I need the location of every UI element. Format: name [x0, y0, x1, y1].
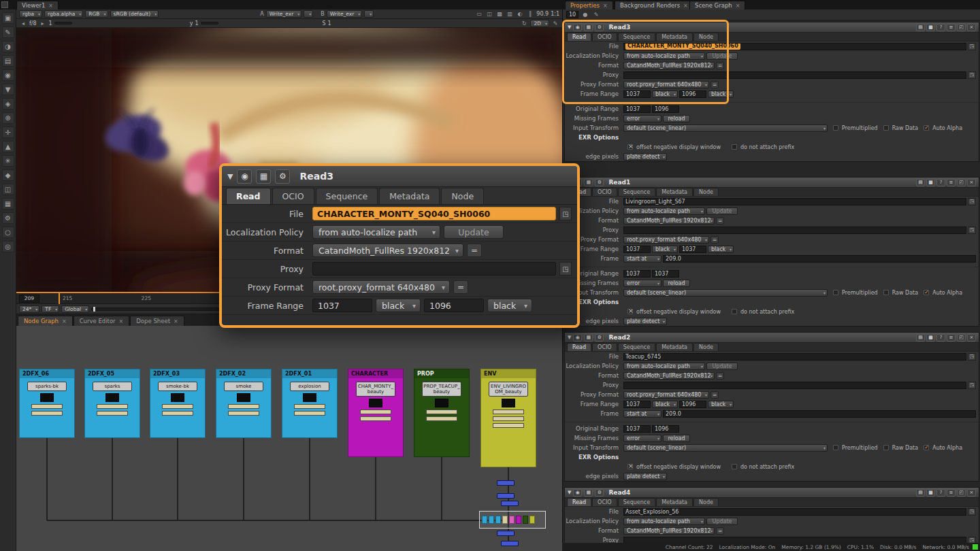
shuffle-node[interactable] [228, 411, 259, 416]
keyboard-icon[interactable]: ≡ [947, 334, 956, 341]
proxy-input[interactable] [312, 262, 556, 276]
localization-policy-dropdown[interactable]: from auto-localize path [623, 363, 705, 370]
zoom-level[interactable]: 90.9 [536, 11, 549, 17]
refresh-icon[interactable]: ↻ [520, 20, 528, 27]
frame-range-start-input[interactable]: 1037 [623, 90, 651, 98]
update-button[interactable]: Update [706, 518, 738, 525]
close-icon[interactable]: × [967, 24, 976, 31]
edge-pixels-dropdown[interactable]: plate detect [623, 153, 667, 161]
tab-node[interactable]: Node [693, 343, 719, 351]
close-icon[interactable]: × [967, 489, 976, 497]
file-browser-icon[interactable]: ◳ [968, 198, 976, 205]
close-icon[interactable]: × [119, 318, 124, 324]
read-node[interactable]: ENV_LIVINGROOM_beauty [489, 382, 528, 397]
viewer-colorspace-dropdown[interactable]: sRGB (default) [110, 10, 159, 18]
raw-data-checkbox[interactable] [883, 125, 889, 131]
pencil-icon[interactable]: ✎ [592, 12, 600, 18]
help-icon[interactable]: ? [936, 179, 945, 186]
swatch-icon[interactable]: ■ [926, 24, 935, 31]
merge-node[interactable] [497, 531, 514, 536]
tab-metadata[interactable]: Metadata [656, 33, 693, 41]
channels-dropdown[interactable]: rgba [19, 10, 42, 18]
backdrop-prop[interactable]: PROP PROP_TEACUP_beauty [414, 369, 470, 457]
frame-range-start-mode-dropdown[interactable]: black [652, 246, 678, 253]
premultiplied-checkbox[interactable] [833, 125, 838, 131]
close-icon[interactable]: × [603, 3, 608, 9]
localization-policy-dropdown[interactable]: from auto-localize path [623, 518, 705, 525]
current-frame-input[interactable]: 209 [19, 295, 39, 303]
tab-ocio[interactable]: OCIO [592, 33, 617, 41]
frame-mode-dropdown[interactable]: start at [623, 255, 662, 263]
collapse-arrow-icon[interactable]: ▼ [568, 24, 571, 30]
center-viewer-icon[interactable]: ◉ [573, 489, 582, 497]
tab-properties[interactable]: Properties× [565, 1, 613, 10]
premultiplied-checkbox[interactable] [833, 445, 838, 450]
read-node[interactable]: sparks-bk [27, 382, 67, 391]
merge-node[interactable] [497, 480, 514, 486]
tab-sequence[interactable]: Sequence [618, 498, 655, 506]
node-color-icon[interactable]: ▦ [584, 24, 593, 31]
read-node[interactable]: PROP_TEACUP_beauty [422, 382, 461, 397]
wrench-icon[interactable]: ⚙ [595, 334, 604, 341]
missing-frames-dropdown[interactable]: error [623, 115, 662, 122]
channel-icon[interactable]: ▤ [2, 55, 14, 67]
saturation-value[interactable]: 1 [328, 20, 331, 27]
shuffle-node[interactable] [162, 411, 193, 416]
tab-background-renders[interactable]: Background Renders× [615, 1, 693, 10]
shuffle-node[interactable] [31, 404, 63, 409]
dot-node[interactable] [369, 399, 382, 407]
keyboard-icon[interactable]: ≡ [947, 179, 956, 186]
split-view-icon[interactable]: ◫ [485, 11, 493, 17]
read3-titlebar[interactable]: ▼ ◉ ▦ ⚙ Read3 ▤ ■ ? ≡ ◰ × [565, 22, 979, 33]
3d-icon[interactable]: ▲ [2, 141, 14, 152]
proxy-format-dropdown[interactable]: root.proxy_format 640x480 [623, 236, 709, 244]
file-input[interactable]: Teacup_6745 [623, 353, 966, 361]
read-node[interactable]: smoke-bk [158, 382, 197, 391]
gamma-slider[interactable] [201, 22, 218, 24]
close-icon[interactable]: × [683, 3, 688, 9]
dot-node[interactable] [435, 399, 448, 407]
keyboard-icon[interactable]: ≡ [947, 24, 956, 31]
shuffle-node[interactable] [426, 416, 457, 421]
node-graph-canvas[interactable]: 2DFX_06 sparks-bk 2DFX_05 sparks 2DFX_03… [16, 326, 562, 551]
tab-node[interactable]: Node [441, 188, 484, 204]
raw-data-checkbox[interactable] [883, 290, 889, 295]
shuffle-node[interactable] [294, 411, 325, 416]
tab-metadata[interactable]: Metadata [656, 498, 693, 506]
frame-range-end-input[interactable]: 1096 [424, 299, 484, 312]
float-icon[interactable]: ◰ [957, 334, 966, 341]
backdrop-env[interactable]: ENV ENV_LIVINGROOM_beauty [480, 369, 536, 467]
proxy-format-equals-button[interactable]: = [710, 236, 719, 244]
backdrop-2dfx-03[interactable]: 2DFX_03 smoke-bk [150, 369, 206, 438]
help-icon[interactable]: ? [936, 24, 945, 31]
format-equals-button[interactable]: = [716, 62, 724, 69]
node-chip[interactable] [529, 516, 535, 524]
read-node[interactable]: smoke [224, 382, 263, 391]
shuffle-node[interactable] [162, 404, 193, 409]
read-node[interactable]: sparks [93, 382, 132, 391]
file-browser-icon[interactable]: ◳ [968, 43, 976, 50]
views-icon[interactable]: ◫ [2, 184, 14, 195]
next-arrow-icon[interactable]: ▸ [39, 20, 47, 27]
node-color-icon[interactable]: ▦ [584, 334, 593, 341]
frame-mode-dropdown[interactable]: start at [623, 410, 662, 418]
gain-slider[interactable] [54, 22, 72, 24]
alpha-layer-dropdown[interactable]: rgba.alpha [44, 10, 83, 18]
help-icon[interactable]: ? [936, 489, 945, 497]
node-color-icon[interactable]: ▦ [584, 489, 593, 497]
center-icon[interactable]: ▤ [916, 24, 925, 31]
time-icon[interactable]: ◑ [2, 41, 14, 52]
center-icon[interactable]: ▤ [916, 489, 925, 497]
proxy-ratio[interactable]: 1:1 [551, 11, 559, 17]
node-chip[interactable] [523, 516, 528, 524]
read2-titlebar[interactable]: ▼ ◉ ▦ ⚙ Read2 ▤ ■ ? ≡ ◰ × [565, 333, 979, 343]
format-dropdown[interactable]: CatandMoth_FullRes 1920x812 [623, 527, 715, 535]
node-color-icon[interactable]: ▦ [584, 179, 593, 186]
read3-overlay-titlebar[interactable]: ▼ ◉ ▦ ⚙ Read3 [222, 166, 577, 187]
tab-ocio[interactable]: OCIO [592, 188, 617, 196]
proxy-input[interactable] [623, 382, 966, 389]
localization-policy-dropdown[interactable]: from auto-localize path [312, 225, 440, 239]
auto-alpha-checkbox[interactable] [924, 445, 929, 450]
frame-range-start-input[interactable]: 1037 [623, 401, 651, 408]
plugins-icon[interactable]: ◎ [2, 241, 14, 252]
